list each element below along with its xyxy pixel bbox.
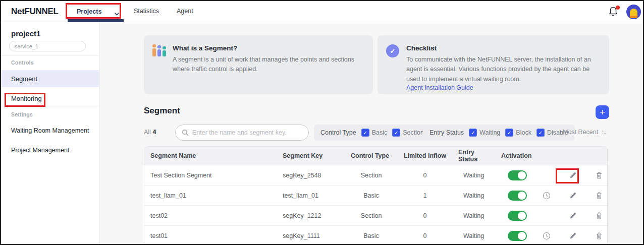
cell-control-type: Basic xyxy=(345,232,398,239)
edit-button[interactable] xyxy=(568,191,577,200)
notification-bell-button[interactable] xyxy=(608,6,619,18)
table-header-row: Segment Name Segment Key Control Type Li… xyxy=(144,147,607,165)
pencil-icon xyxy=(568,211,577,220)
cell-limited-inflow: 0 xyxy=(398,172,452,179)
sidebar-item-segment-label: Segment xyxy=(11,75,37,83)
cell-segment-key: segKey_2548 xyxy=(277,172,345,179)
cell-activation xyxy=(495,231,539,241)
service-selector-value: service_1 xyxy=(15,43,38,49)
checklist-info-card: ✓ Checklist To communicate with the NetF… xyxy=(378,35,609,94)
segment-table: Segment Name Segment Key Control Type Li… xyxy=(144,146,608,245)
checkbox-checked-icon: ✓ xyxy=(505,129,513,137)
filter-checkbox-basic[interactable]: ✓ Basic xyxy=(361,129,388,137)
checkbox-checked-icon: ✓ xyxy=(469,129,477,137)
total-count: All 4 xyxy=(144,129,156,136)
delete-button[interactable] xyxy=(595,191,604,200)
plus-icon: + xyxy=(600,107,605,117)
table-row: test02 segKey_1212 Section 0 Waiting xyxy=(144,206,607,226)
sidebar-divider xyxy=(1,55,99,56)
col-entry-status: Entry Status xyxy=(452,149,495,163)
user-avatar[interactable] xyxy=(626,5,641,19)
netfunnel-app: NetFUNNEL Projects Statistics Agent proj… xyxy=(0,0,644,245)
delete-button[interactable] xyxy=(595,231,604,240)
row-actions xyxy=(539,186,607,206)
filter-checkbox-section[interactable]: ✓ Section xyxy=(392,129,424,137)
tab-agent[interactable]: Agent xyxy=(177,8,193,15)
schedule-button[interactable] xyxy=(542,191,551,200)
search-input[interactable]: Enter the name and segment key. xyxy=(175,125,309,141)
cell-control-type: Basic xyxy=(345,192,398,199)
activation-toggle-on[interactable] xyxy=(508,231,527,241)
row-actions xyxy=(539,226,607,245)
cell-limited-inflow: 0 xyxy=(398,232,452,239)
sidebar-item-waiting-room-management[interactable]: Waiting Room Management xyxy=(1,122,99,139)
edit-button[interactable] xyxy=(568,171,577,180)
cell-entry-status: Waiting xyxy=(452,212,495,219)
cell-entry-status: Waiting xyxy=(452,232,495,239)
segment-bars-icon xyxy=(152,44,167,57)
col-segment-key: Segment Key xyxy=(277,152,345,159)
sort-control[interactable]: Most Recent ↑↓ xyxy=(563,129,606,136)
sidebar-item-monitoring-label: Monitoring xyxy=(11,95,42,102)
edit-button[interactable] xyxy=(568,231,577,240)
service-selector[interactable]: service_1 xyxy=(9,41,86,51)
trash-icon xyxy=(595,231,604,240)
row-actions xyxy=(539,206,607,226)
edit-button[interactable] xyxy=(568,211,577,220)
sidebar-divider xyxy=(1,106,99,106)
left-sidebar: project1 service_1 Controls Segment Moni… xyxy=(1,22,99,244)
cell-control-type: Section xyxy=(345,212,398,219)
search-placeholder: Enter the name and segment key. xyxy=(192,129,287,136)
segment-info-card: What is a Segment? A segment is a unit o… xyxy=(144,35,373,94)
page-title: Segment xyxy=(144,106,180,116)
entry-status-filter-group: Entry Status ✓ Waiting ✓ Block ✓ Disable xyxy=(423,125,575,141)
activation-toggle-on[interactable] xyxy=(508,211,527,221)
chevron-down-icon xyxy=(115,10,119,13)
active-tab-indicator xyxy=(68,19,124,22)
schedule-button[interactable] xyxy=(542,231,551,240)
filter-checkbox-waiting[interactable]: ✓ Waiting xyxy=(469,129,500,137)
control-type-filter-label: Control Type xyxy=(320,129,356,136)
cell-segment-name: Test Section Segment xyxy=(144,172,277,179)
sidebar-item-segment[interactable]: Segment xyxy=(1,70,99,87)
sort-label: Most Recent xyxy=(563,129,598,136)
tab-projects[interactable]: Projects xyxy=(77,8,119,15)
search-icon xyxy=(182,129,189,136)
add-segment-button[interactable]: + xyxy=(596,105,609,119)
sort-arrows-icon: ↑↓ xyxy=(601,129,606,136)
trash-icon xyxy=(595,171,604,180)
sidebar-item-monitoring[interactable]: Monitoring xyxy=(1,90,99,107)
clock-icon xyxy=(542,191,551,200)
delete-button[interactable] xyxy=(595,171,604,180)
settings-section-label: Settings xyxy=(11,111,33,117)
avatar-figure-base xyxy=(630,16,637,18)
col-segment-name: Segment Name xyxy=(144,152,277,159)
filter-checkbox-block[interactable]: ✓ Block xyxy=(505,129,531,137)
tab-statistics[interactable]: Statistics xyxy=(134,8,159,15)
table-row: Test Section Segment segKey_2548 Section… xyxy=(144,165,607,186)
sidebar-item-waiting-room-label: Waiting Room Management xyxy=(11,127,89,134)
cell-segment-key: segKey_1212 xyxy=(277,212,345,219)
delete-button[interactable] xyxy=(595,211,604,220)
count-value: 4 xyxy=(152,129,156,136)
pencil-icon xyxy=(568,231,577,240)
table-row: test01 segKey_1111 Basic 0 Waiting xyxy=(144,226,607,245)
row-actions xyxy=(539,165,607,186)
controls-section-label: Controls xyxy=(11,59,34,66)
cell-segment-name: test_liam_01 xyxy=(144,192,277,199)
sidebar-item-project-management[interactable]: Project Management xyxy=(1,142,99,159)
checklist-card-title: Checklist xyxy=(406,44,437,52)
activation-toggle-on[interactable] xyxy=(508,170,527,180)
cell-activation xyxy=(495,170,539,180)
col-control-type: Control Type xyxy=(345,152,398,159)
activation-toggle-on[interactable] xyxy=(508,191,527,201)
tab-projects-label: Projects xyxy=(77,8,101,15)
table-row: test_liam_01 test_liam_01 Basic 1 Waitin… xyxy=(144,186,607,206)
checkbox-checked-icon: ✓ xyxy=(536,129,545,137)
control-type-filter-group: Control Type ✓ Basic ✓ Section xyxy=(314,125,431,141)
project-title: project1 xyxy=(11,29,40,38)
agent-installation-guide-link[interactable]: Agent Installation Guide xyxy=(406,84,473,91)
top-navbar: NetFUNNEL Projects Statistics Agent xyxy=(1,1,643,22)
cell-entry-status: Waiting xyxy=(452,172,495,179)
pencil-icon xyxy=(568,191,577,200)
